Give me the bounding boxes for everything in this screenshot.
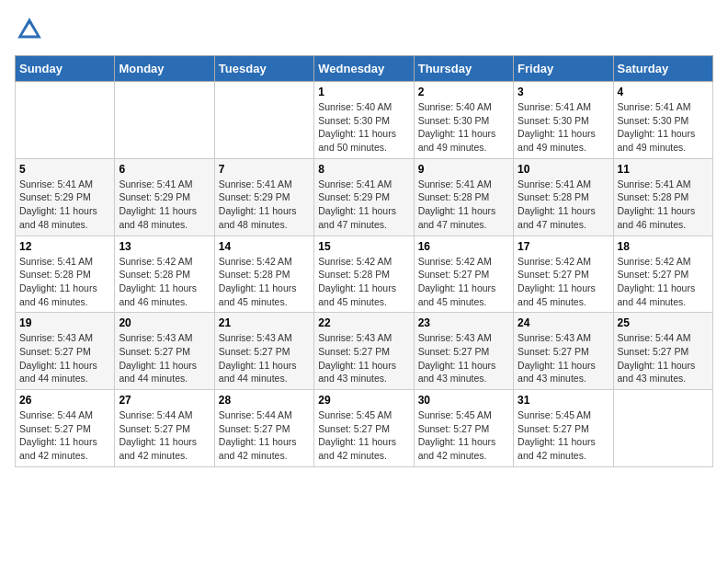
day-number: 4 [618, 86, 709, 98]
calendar-header-thursday: Thursday [414, 56, 513, 82]
calendar-table: SundayMondayTuesdayWednesdayThursdayFrid… [15, 55, 713, 467]
day-info: Sunrise: 5:42 AM Sunset: 5:27 PM Dayligh… [518, 255, 609, 309]
calendar-cell [115, 82, 214, 159]
day-info: Sunrise: 5:41 AM Sunset: 5:28 PM Dayligh… [418, 178, 509, 232]
calendar-cell: 16Sunrise: 5:42 AM Sunset: 5:27 PM Dayli… [414, 236, 513, 313]
day-info: Sunrise: 5:42 AM Sunset: 5:28 PM Dayligh… [219, 255, 310, 309]
day-number: 9 [418, 163, 509, 176]
calendar-cell: 27Sunrise: 5:44 AM Sunset: 5:27 PM Dayli… [115, 390, 214, 467]
day-info: Sunrise: 5:42 AM Sunset: 5:28 PM Dayligh… [119, 255, 210, 309]
day-info: Sunrise: 5:41 AM Sunset: 5:29 PM Dayligh… [19, 178, 110, 232]
day-number: 1 [318, 86, 409, 98]
logo-icon [15, 15, 44, 44]
calendar-header-friday: Friday [514, 56, 613, 82]
day-number: 20 [119, 316, 210, 329]
calendar-header-sunday: Sunday [16, 56, 115, 82]
calendar-cell: 19Sunrise: 5:43 AM Sunset: 5:27 PM Dayli… [16, 313, 115, 390]
day-number: 30 [418, 394, 509, 407]
calendar-week-row: 19Sunrise: 5:43 AM Sunset: 5:27 PM Dayli… [16, 313, 713, 390]
day-number: 6 [119, 163, 210, 176]
calendar-cell: 13Sunrise: 5:42 AM Sunset: 5:28 PM Dayli… [115, 236, 214, 313]
day-info: Sunrise: 5:45 AM Sunset: 5:27 PM Dayligh… [318, 408, 409, 463]
day-info: Sunrise: 5:45 AM Sunset: 5:27 PM Dayligh… [518, 408, 609, 463]
day-number: 18 [618, 240, 709, 253]
calendar-cell: 18Sunrise: 5:42 AM Sunset: 5:27 PM Dayli… [613, 236, 712, 313]
day-info: Sunrise: 5:43 AM Sunset: 5:27 PM Dayligh… [219, 331, 310, 385]
calendar-header-row: SundayMondayTuesdayWednesdayThursdayFrid… [16, 56, 713, 82]
calendar-cell: 1Sunrise: 5:40 AM Sunset: 5:30 PM Daylig… [314, 82, 414, 159]
day-info: Sunrise: 5:43 AM Sunset: 5:27 PM Dayligh… [119, 331, 210, 385]
day-number: 3 [518, 86, 609, 98]
calendar-cell: 20Sunrise: 5:43 AM Sunset: 5:27 PM Dayli… [115, 313, 214, 390]
calendar-cell: 12Sunrise: 5:41 AM Sunset: 5:28 PM Dayli… [16, 236, 115, 313]
day-info: Sunrise: 5:41 AM Sunset: 5:28 PM Dayligh… [518, 178, 609, 232]
day-number: 21 [219, 316, 310, 329]
day-info: Sunrise: 5:41 AM Sunset: 5:30 PM Dayligh… [618, 100, 709, 155]
calendar-week-row: 1Sunrise: 5:40 AM Sunset: 5:30 PM Daylig… [16, 82, 713, 159]
calendar-cell: 6Sunrise: 5:41 AM Sunset: 5:29 PM Daylig… [115, 158, 214, 236]
day-info: Sunrise: 5:41 AM Sunset: 5:28 PM Dayligh… [618, 178, 709, 232]
calendar-cell: 7Sunrise: 5:41 AM Sunset: 5:29 PM Daylig… [214, 158, 313, 236]
day-number: 15 [318, 240, 409, 253]
calendar-cell: 25Sunrise: 5:44 AM Sunset: 5:27 PM Dayli… [613, 313, 712, 390]
calendar-cell: 22Sunrise: 5:43 AM Sunset: 5:27 PM Dayli… [314, 313, 414, 390]
day-number: 5 [19, 163, 110, 176]
day-info: Sunrise: 5:40 AM Sunset: 5:30 PM Dayligh… [418, 100, 509, 155]
calendar-cell: 15Sunrise: 5:42 AM Sunset: 5:28 PM Dayli… [314, 236, 414, 313]
calendar-cell: 24Sunrise: 5:43 AM Sunset: 5:27 PM Dayli… [514, 313, 613, 390]
day-number: 25 [618, 316, 709, 329]
calendar-cell: 11Sunrise: 5:41 AM Sunset: 5:28 PM Dayli… [613, 158, 712, 236]
calendar-cell: 26Sunrise: 5:44 AM Sunset: 5:27 PM Dayli… [16, 390, 115, 467]
day-number: 24 [518, 316, 609, 329]
day-number: 22 [318, 316, 409, 329]
day-number: 29 [318, 394, 409, 407]
day-number: 28 [219, 394, 310, 407]
day-number: 11 [618, 163, 709, 176]
day-info: Sunrise: 5:45 AM Sunset: 5:27 PM Dayligh… [418, 408, 509, 463]
calendar-cell: 30Sunrise: 5:45 AM Sunset: 5:27 PM Dayli… [414, 390, 513, 467]
calendar-cell: 28Sunrise: 5:44 AM Sunset: 5:27 PM Dayli… [214, 390, 313, 467]
day-info: Sunrise: 5:42 AM Sunset: 5:27 PM Dayligh… [618, 255, 709, 309]
calendar-cell: 14Sunrise: 5:42 AM Sunset: 5:28 PM Dayli… [214, 236, 313, 313]
calendar-cell: 4Sunrise: 5:41 AM Sunset: 5:30 PM Daylig… [613, 82, 712, 159]
page-header [15, 15, 713, 44]
logo [15, 15, 48, 44]
day-info: Sunrise: 5:43 AM Sunset: 5:27 PM Dayligh… [318, 331, 409, 385]
calendar-week-row: 12Sunrise: 5:41 AM Sunset: 5:28 PM Dayli… [16, 236, 713, 313]
day-number: 12 [19, 240, 110, 253]
calendar-cell: 23Sunrise: 5:43 AM Sunset: 5:27 PM Dayli… [414, 313, 513, 390]
day-number: 2 [418, 86, 509, 98]
calendar-cell [214, 82, 313, 159]
day-number: 27 [119, 394, 210, 407]
calendar-cell: 21Sunrise: 5:43 AM Sunset: 5:27 PM Dayli… [214, 313, 313, 390]
calendar-header-saturday: Saturday [613, 56, 712, 82]
calendar-header-wednesday: Wednesday [314, 56, 414, 82]
calendar-header-tuesday: Tuesday [214, 56, 313, 82]
day-info: Sunrise: 5:41 AM Sunset: 5:30 PM Dayligh… [518, 100, 609, 155]
day-info: Sunrise: 5:44 AM Sunset: 5:27 PM Dayligh… [618, 331, 709, 385]
calendar-cell: 29Sunrise: 5:45 AM Sunset: 5:27 PM Dayli… [314, 390, 414, 467]
calendar-cell: 10Sunrise: 5:41 AM Sunset: 5:28 PM Dayli… [514, 158, 613, 236]
calendar-week-row: 26Sunrise: 5:44 AM Sunset: 5:27 PM Dayli… [16, 390, 713, 467]
calendar-cell: 8Sunrise: 5:41 AM Sunset: 5:29 PM Daylig… [314, 158, 414, 236]
day-info: Sunrise: 5:43 AM Sunset: 5:27 PM Dayligh… [19, 331, 110, 385]
calendar-cell [613, 390, 712, 467]
day-info: Sunrise: 5:43 AM Sunset: 5:27 PM Dayligh… [518, 331, 609, 385]
day-info: Sunrise: 5:44 AM Sunset: 5:27 PM Dayligh… [119, 408, 210, 463]
day-number: 19 [19, 316, 110, 329]
day-info: Sunrise: 5:42 AM Sunset: 5:27 PM Dayligh… [418, 255, 509, 309]
day-info: Sunrise: 5:44 AM Sunset: 5:27 PM Dayligh… [219, 408, 310, 463]
day-info: Sunrise: 5:40 AM Sunset: 5:30 PM Dayligh… [318, 100, 409, 155]
calendar-cell: 9Sunrise: 5:41 AM Sunset: 5:28 PM Daylig… [414, 158, 513, 236]
day-info: Sunrise: 5:41 AM Sunset: 5:29 PM Dayligh… [318, 178, 409, 232]
calendar-cell: 31Sunrise: 5:45 AM Sunset: 5:27 PM Dayli… [514, 390, 613, 467]
day-info: Sunrise: 5:41 AM Sunset: 5:28 PM Dayligh… [19, 255, 110, 309]
calendar-header-monday: Monday [115, 56, 214, 82]
day-number: 7 [219, 163, 310, 176]
calendar-cell: 3Sunrise: 5:41 AM Sunset: 5:30 PM Daylig… [514, 82, 613, 159]
calendar-week-row: 5Sunrise: 5:41 AM Sunset: 5:29 PM Daylig… [16, 158, 713, 236]
day-info: Sunrise: 5:41 AM Sunset: 5:29 PM Dayligh… [219, 178, 310, 232]
day-number: 26 [19, 394, 110, 407]
day-info: Sunrise: 5:44 AM Sunset: 5:27 PM Dayligh… [19, 408, 110, 463]
day-number: 13 [119, 240, 210, 253]
